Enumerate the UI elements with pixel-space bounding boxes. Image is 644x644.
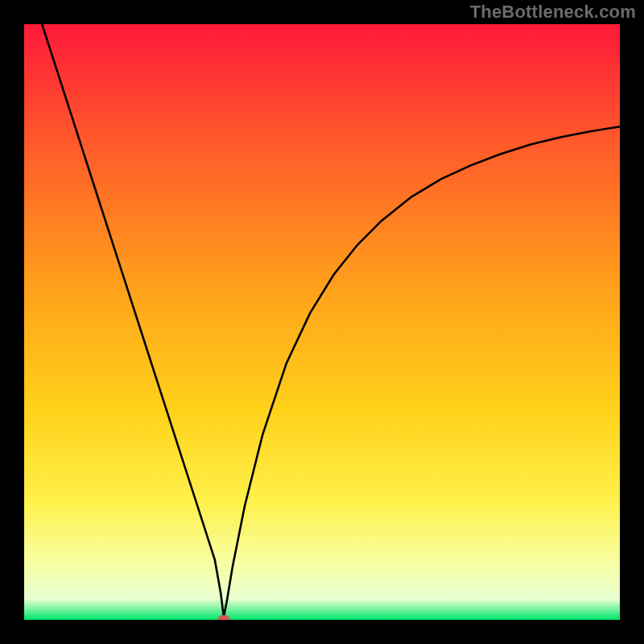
watermark-text: TheBottleneck.com: [470, 2, 636, 23]
minimum-marker: [217, 615, 230, 625]
plot-background: [24, 24, 620, 620]
chart-svg: [0, 0, 644, 644]
chart-stage: TheBottleneck.com: [0, 0, 644, 644]
